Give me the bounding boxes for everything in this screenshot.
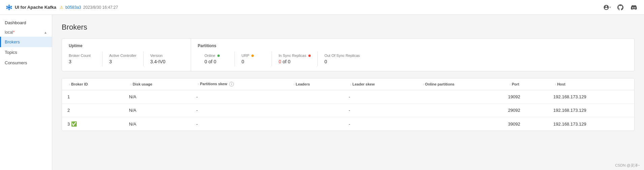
col-leader-skew[interactable]: ↕ Leader skew	[343, 78, 416, 90]
logo-icon	[5, 4, 13, 11]
table-header-row: ↕ Broker ID ↕ Disk usage ↕ Partitions sk…	[62, 78, 634, 90]
urp-label: URP	[242, 54, 265, 58]
leaders-cell	[286, 90, 343, 104]
sort-icon: ↕	[130, 83, 132, 86]
out-of-sync-value: 0	[325, 59, 360, 64]
out-of-sync-label: Out Of Sync Replicas	[325, 54, 360, 58]
online-value: 0 of 0	[205, 59, 228, 64]
col-partitions-skew[interactable]: ↕ Partitions skew i	[191, 78, 286, 90]
broker-id-cell: 3 ✅	[62, 117, 124, 131]
info-icon[interactable]: i	[229, 82, 234, 87]
in-sync-label: In Sync Replicas	[279, 54, 311, 58]
svg-point-2	[8, 6, 10, 8]
svg-point-11	[6, 6, 7, 7]
in-sync-value: 0 of 0	[279, 59, 311, 64]
sort-icon: ↕	[510, 83, 511, 86]
in-sync-dot	[308, 55, 311, 57]
active-controller-value: 3	[109, 59, 136, 64]
version-value: 3.4-IV0	[150, 59, 177, 64]
cluster-info: ⚠ b0583a3 2023/8/30 16:47:27	[60, 5, 118, 10]
partitions-group: Online 0 of 0 URP 0 In	[198, 52, 627, 66]
table-row[interactable]: 1N/A--19092192.168.173.129	[62, 90, 634, 104]
discord-icon[interactable]	[629, 3, 639, 12]
sort-icon: ↕	[293, 83, 295, 86]
leader-skew-cell: -	[343, 90, 416, 104]
sidebar: Dashboard local* ▲ Brokers Topics Consum…	[0, 15, 52, 170]
broker-count-card: Broker Count 3	[69, 52, 102, 66]
col-leaders[interactable]: ↕ Leaders	[286, 78, 343, 90]
partitions-skew-cell: -	[191, 117, 286, 131]
active-controller-label: Active Controller	[109, 54, 136, 58]
broker-count-label: Broker Count	[69, 54, 95, 58]
sort-icon: ↕	[69, 83, 70, 86]
warning-icon: ⚠	[60, 5, 63, 10]
urp-dot	[251, 55, 254, 57]
host-cell: 192.168.173.129	[548, 90, 634, 104]
sort-icon: ↕	[555, 83, 556, 86]
leader-skew-cell: -	[343, 104, 416, 117]
sidebar-item-dashboard[interactable]: Dashboard	[0, 18, 52, 28]
port-cell: 29092	[503, 104, 548, 117]
online-partitions-cell	[416, 104, 503, 117]
version-label: Version	[150, 54, 177, 58]
in-sync-card: In Sync Replicas 0 of 0	[272, 52, 318, 66]
svg-point-12	[11, 6, 12, 7]
sort-icon: ↕	[350, 83, 351, 86]
chevron-up-icon: ▲	[44, 31, 47, 34]
table-row[interactable]: 2N/A--29092192.168.173.129	[62, 104, 634, 117]
page-title: Brokers	[62, 23, 635, 32]
sidebar-item-topics[interactable]: Topics	[0, 47, 52, 58]
urp-card: URP 0	[235, 52, 272, 66]
cluster-name: local*	[5, 30, 14, 35]
port-cell: 39092	[503, 117, 548, 131]
svg-point-14	[11, 8, 12, 9]
svg-point-13	[6, 8, 7, 9]
uptime-title: Uptime	[69, 43, 184, 48]
version-card: Version 3.4-IV0	[150, 52, 184, 66]
host-cell: 192.168.173.129	[548, 104, 634, 117]
sort-icon: ↕	[197, 83, 199, 86]
host-cell: 192.168.173.129	[548, 117, 634, 131]
col-broker-id[interactable]: ↕ Broker ID	[62, 78, 124, 90]
svg-point-10	[8, 9, 9, 10]
stats-cards: Uptime Broker Count 3 Active Controller …	[62, 38, 635, 71]
col-host[interactable]: ↕ Host	[548, 78, 634, 90]
col-disk-usage[interactable]: ↕ Disk usage	[124, 78, 191, 90]
brokers-table-container: ↕ Broker ID ↕ Disk usage ↕ Partitions sk…	[62, 78, 635, 131]
col-port[interactable]: ↕ Port	[503, 78, 548, 90]
uptime-group: Broker Count 3 Active Controller 3 Versi…	[69, 52, 184, 66]
partitions-skew-cell: -	[191, 90, 286, 104]
github-icon[interactable]	[616, 3, 625, 12]
user-menu-button[interactable]: ▾	[602, 3, 612, 12]
footer-note: CSDN @灵泽~	[615, 163, 640, 168]
leader-skew-cell: -	[343, 117, 416, 131]
col-online-partitions[interactable]: ↕ Online partitions	[416, 78, 503, 90]
svg-point-9	[8, 4, 9, 5]
app-logo[interactable]: UI for Apache Kafka	[5, 4, 56, 11]
cluster-id[interactable]: b0583a3	[65, 5, 81, 10]
broker-id-cell: 1	[62, 90, 124, 104]
disk-usage-cell: N/A	[124, 117, 191, 131]
online-label: Online	[205, 54, 228, 58]
sidebar-item-consumers[interactable]: Consumers	[0, 58, 52, 68]
broker-id-cell: 2	[62, 104, 124, 117]
brokers-table: ↕ Broker ID ↕ Disk usage ↕ Partitions sk…	[62, 78, 634, 131]
content-area: Brokers Uptime Broker Count 3 Active Con…	[52, 15, 644, 170]
leaders-cell	[286, 104, 343, 117]
navbar: UI for Apache Kafka ⚠ b0583a3 2023/8/30 …	[0, 0, 644, 15]
sidebar-cluster-section[interactable]: local* ▲	[0, 28, 52, 37]
active-broker-icon: ✅	[70, 121, 77, 127]
disk-usage-cell: N/A	[124, 90, 191, 104]
sort-icon: ↕	[423, 83, 424, 86]
online-partitions-cell	[416, 90, 503, 104]
table-row[interactable]: 3 ✅N/A--39092192.168.173.129	[62, 117, 634, 131]
main-layout: Dashboard local* ▲ Brokers Topics Consum…	[0, 15, 644, 170]
out-of-sync-card: Out Of Sync Replicas 0	[318, 52, 367, 66]
sidebar-item-brokers[interactable]: Brokers	[0, 37, 52, 47]
online-partitions-cell	[416, 117, 503, 131]
urp-value: 0	[242, 59, 265, 64]
online-dot	[217, 55, 220, 57]
partitions-title: Partitions	[198, 43, 627, 48]
partitions-skew-cell: -	[191, 104, 286, 117]
cluster-time: 2023/8/30 16:47:27	[83, 5, 118, 10]
